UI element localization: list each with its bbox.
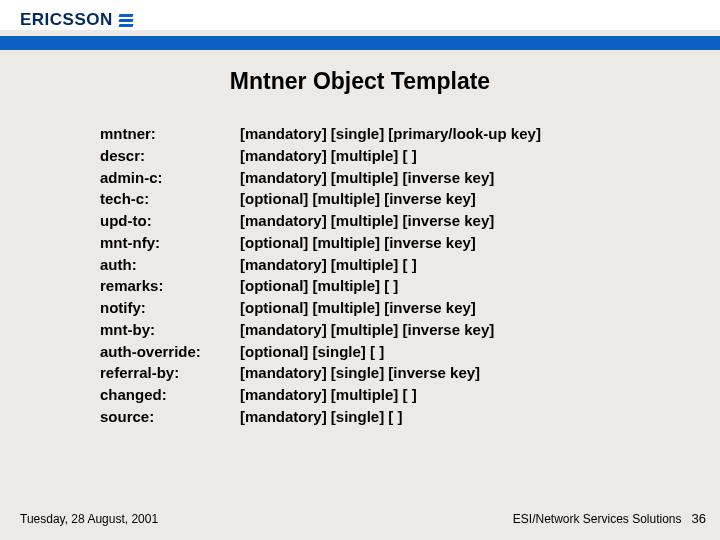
- field-attributes: [mandatory] [multiple] [inverse key]: [240, 319, 494, 341]
- field-name: auth:: [100, 254, 240, 276]
- field-attributes: [optional] [multiple] [inverse key]: [240, 232, 476, 254]
- field-attributes: [mandatory] [multiple] [ ]: [240, 384, 417, 406]
- brand-logo: ERICSSON: [20, 10, 720, 30]
- template-row: mntner: [mandatory] [single] [primary/lo…: [100, 123, 680, 145]
- field-attributes: [mandatory] [multiple] [ ]: [240, 145, 417, 167]
- brand-stripes-icon: [119, 14, 133, 27]
- field-attributes: [optional] [multiple] [inverse key]: [240, 188, 476, 210]
- footer-org: ESI/Network Services Solutions: [513, 512, 682, 526]
- slide-content: Mntner Object Template mntner: [mandator…: [0, 50, 720, 428]
- field-name: upd-to:: [100, 210, 240, 232]
- field-name: tech-c:: [100, 188, 240, 210]
- template-row: descr: [mandatory] [multiple] [ ]: [100, 145, 680, 167]
- brand-wordmark: ERICSSON: [20, 10, 113, 30]
- field-name: auth-override:: [100, 341, 240, 363]
- footer: Tuesday, 28 August, 2001 ESI/Network Ser…: [0, 511, 720, 526]
- field-name: notify:: [100, 297, 240, 319]
- field-attributes: [mandatory] [multiple] [inverse key]: [240, 167, 494, 189]
- field-attributes: [optional] [multiple] [ ]: [240, 275, 398, 297]
- field-attributes: [mandatory] [single] [inverse key]: [240, 362, 480, 384]
- template-row: mnt-nfy: [optional] [multiple] [inverse …: [100, 232, 680, 254]
- template-row: remarks: [optional] [multiple] [ ]: [100, 275, 680, 297]
- field-name: descr:: [100, 145, 240, 167]
- field-name: changed:: [100, 384, 240, 406]
- field-name: referral-by:: [100, 362, 240, 384]
- field-attributes: [optional] [multiple] [inverse key]: [240, 297, 476, 319]
- footer-date: Tuesday, 28 August, 2001: [20, 512, 158, 526]
- page-number: 36: [692, 511, 706, 526]
- field-name: admin-c:: [100, 167, 240, 189]
- field-attributes: [optional] [single] [ ]: [240, 341, 384, 363]
- field-attributes: [mandatory] [single] [primary/look-up ke…: [240, 123, 541, 145]
- template-row: mnt-by: [mandatory] [multiple] [inverse …: [100, 319, 680, 341]
- field-name: source:: [100, 406, 240, 428]
- field-attributes: [mandatory] [multiple] [ ]: [240, 254, 417, 276]
- field-attributes: [mandatory] [single] [ ]: [240, 406, 403, 428]
- template-row: auth-override: [optional] [single] [ ]: [100, 341, 680, 363]
- header-accent-bar: [0, 36, 720, 50]
- field-name: mnt-by:: [100, 319, 240, 341]
- field-name: mnt-nfy:: [100, 232, 240, 254]
- field-name: remarks:: [100, 275, 240, 297]
- template-row: referral-by: [mandatory] [single] [inver…: [100, 362, 680, 384]
- field-name: mntner:: [100, 123, 240, 145]
- object-template: mntner: [mandatory] [single] [primary/lo…: [100, 123, 680, 428]
- template-row: admin-c: [mandatory] [multiple] [inverse…: [100, 167, 680, 189]
- header: ERICSSON: [0, 0, 720, 30]
- template-row: upd-to: [mandatory] [multiple] [inverse …: [100, 210, 680, 232]
- slide-title: Mntner Object Template: [40, 68, 680, 95]
- template-row: notify: [optional] [multiple] [inverse k…: [100, 297, 680, 319]
- template-row: auth: [mandatory] [multiple] [ ]: [100, 254, 680, 276]
- template-row: tech-c: [optional] [multiple] [inverse k…: [100, 188, 680, 210]
- field-attributes: [mandatory] [multiple] [inverse key]: [240, 210, 494, 232]
- template-row: changed: [mandatory] [multiple] [ ]: [100, 384, 680, 406]
- template-row: source: [mandatory] [single] [ ]: [100, 406, 680, 428]
